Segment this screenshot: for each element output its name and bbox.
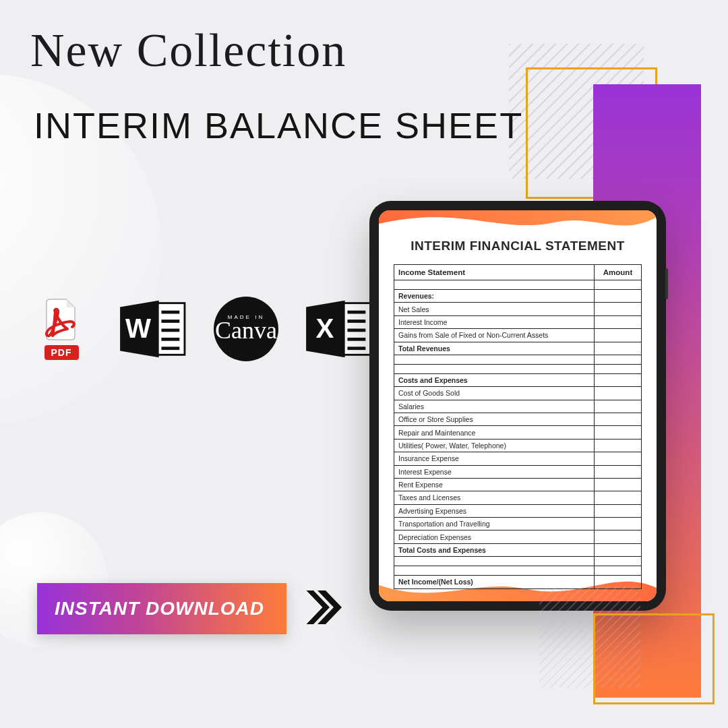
- instant-download-button[interactable]: INSTANT DOWNLOAD: [37, 583, 286, 634]
- line-item: Insurance Expense: [394, 452, 595, 465]
- svg-text:X: X: [315, 313, 334, 344]
- line-item: Office or Store Supplies: [394, 413, 595, 426]
- document-body: INTERIM FINANCIAL STATEMENT Income State…: [394, 236, 642, 589]
- line-item: Net Sales: [394, 303, 595, 315]
- section-label: Revenues:: [394, 290, 595, 303]
- line-item: Interest Income: [394, 315, 595, 328]
- line-item: Depreciation Expenses: [394, 530, 595, 543]
- income-statement-table: Income Statement Amount Revenues: Net Sa…: [394, 264, 642, 589]
- svg-text:W: W: [125, 313, 151, 344]
- col-right: Amount: [595, 265, 642, 280]
- col-left: Income Statement: [394, 265, 595, 280]
- line-item: Taxes and Licenses: [394, 491, 595, 504]
- word-icon: W: [116, 298, 190, 360]
- tablet-mockup: INTERIM FINANCIAL STATEMENT Income State…: [369, 201, 666, 611]
- format-icons: PDF W MADE IN Canva X: [30, 297, 376, 361]
- section-label: Costs and Expenses: [394, 373, 595, 386]
- tablet-screen: INTERIM FINANCIAL STATEMENT Income State…: [379, 210, 657, 601]
- line-item: Transportation and Travelling: [394, 518, 595, 530]
- line-item: Repair and Maintenance: [394, 426, 595, 439]
- canva-icon: MADE IN Canva: [214, 297, 278, 361]
- collection-script: New Collection: [30, 24, 346, 78]
- line-item: Utilities( Power, Water, Telephone): [394, 439, 595, 452]
- line-item: Interest Expense: [394, 465, 595, 478]
- decoration-bottom: [539, 607, 715, 721]
- line-item: Rent Expense: [394, 478, 595, 491]
- download-row: INSTANT DOWNLOAD: [37, 583, 346, 634]
- section-total: Total Revenues: [394, 342, 595, 355]
- line-item: Salaries: [394, 400, 595, 413]
- download-label: INSTANT DOWNLOAD: [55, 598, 264, 619]
- section-total: Total Costs and Expenses: [394, 543, 595, 556]
- arrow-icon: [301, 585, 346, 632]
- line-item: Cost of Goods Sold: [394, 387, 595, 400]
- pdf-icon: PDF: [30, 298, 92, 360]
- line-item: Advertising Expenses: [394, 504, 595, 517]
- canva-brand-label: Canva: [215, 316, 277, 344]
- document-title: INTERIM FINANCIAL STATEMENT: [394, 239, 642, 253]
- line-item: Gains from Sale of Fixed or Non-Current …: [394, 329, 595, 342]
- pdf-label: PDF: [44, 345, 79, 360]
- page-title: INTERIM BALANCE SHEET: [34, 104, 523, 146]
- excel-icon: X: [302, 298, 376, 360]
